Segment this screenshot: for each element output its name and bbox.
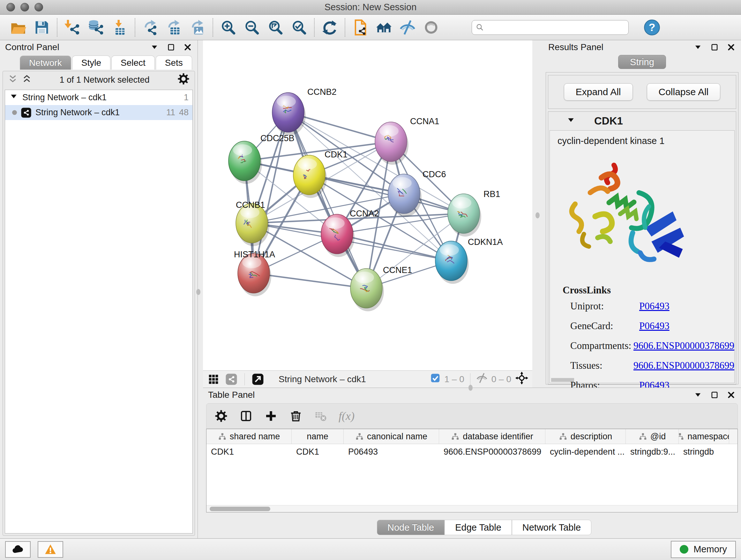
- splitter-handle[interactable]: [196, 289, 200, 295]
- collapse-section-icon[interactable]: [566, 115, 576, 127]
- string-home-icon[interactable]: [375, 18, 393, 37]
- column-header-description[interactable]: description: [545, 429, 626, 444]
- detach-view-icon[interactable]: [251, 373, 265, 386]
- fit-selected-icon[interactable]: [515, 371, 529, 387]
- float-panel-icon[interactable]: [710, 43, 719, 52]
- node-table[interactable]: shared namenamecanonical namedatabase id…: [206, 429, 738, 512]
- float-panel-icon[interactable]: [710, 390, 719, 400]
- table-row[interactable]: CDK1CDK1P064939606.ENSP00000378699cyclin…: [206, 444, 738, 460]
- table-options-gear-icon[interactable]: [214, 409, 228, 423]
- tab-select[interactable]: Select: [111, 56, 155, 70]
- network-node-HIST1H1A[interactable]: HIST1H1A: [234, 250, 275, 296]
- delete-column-icon[interactable]: [289, 409, 303, 423]
- string-glass-icon[interactable]: [422, 18, 440, 37]
- table-horizontal-scrollbar[interactable]: [206, 505, 738, 512]
- tab-network[interactable]: Network: [20, 56, 71, 70]
- add-column-icon[interactable]: [264, 409, 278, 423]
- hidden-items-icon[interactable]: [476, 372, 488, 386]
- network-edge[interactable]: [288, 112, 366, 288]
- export-table-icon[interactable]: [165, 18, 183, 37]
- export-image-icon[interactable]: [189, 18, 206, 37]
- table-cell[interactable]: stringdb: [679, 444, 729, 460]
- crosslink-link[interactable]: 9606.ENSP00000378699: [633, 340, 734, 352]
- tab-sets[interactable]: Sets: [156, 56, 192, 70]
- column-header-shared-name[interactable]: shared name: [206, 429, 292, 444]
- collapse-all-networks-icon[interactable]: [8, 74, 17, 86]
- string-hide-icon[interactable]: [399, 18, 416, 37]
- table-cell[interactable]: 9606.ENSP00000378699: [439, 444, 545, 460]
- import-network-file-icon[interactable]: [64, 18, 81, 37]
- minimize-window-button[interactable]: [20, 3, 29, 11]
- help-icon[interactable]: ?: [643, 19, 661, 36]
- tab-string[interactable]: String: [618, 55, 666, 69]
- network-node-CCNE1[interactable]: CCNE1: [350, 265, 412, 311]
- network-tree-root-row[interactable]: String Network – cdk1 1: [5, 90, 192, 105]
- open-folder-icon[interactable]: [9, 18, 27, 37]
- results-scrollbar-thumb[interactable]: [551, 378, 574, 382]
- table-cell[interactable]: cyclin-dependent ...: [545, 444, 626, 460]
- export-network-icon[interactable]: [141, 18, 159, 37]
- network-node-CDKN1A[interactable]: CDKN1A: [435, 237, 503, 284]
- close-panel-icon[interactable]: [726, 390, 736, 400]
- column-header-name[interactable]: name: [292, 429, 344, 444]
- close-window-button[interactable]: [6, 3, 15, 11]
- crosslink-link[interactable]: P06493: [639, 320, 670, 332]
- collapse-all-button[interactable]: Collapse All: [647, 83, 721, 101]
- toolbar-search[interactable]: [472, 20, 629, 35]
- network-node-RB1[interactable]: RB1: [448, 189, 500, 237]
- column-header-@id[interactable]: @id: [626, 429, 679, 444]
- tab-node-table[interactable]: Node Table: [377, 520, 445, 535]
- zoom-in-icon[interactable]: [219, 18, 237, 37]
- show-columns-icon[interactable]: [239, 409, 253, 423]
- column-header-canonical-name[interactable]: canonical name: [344, 429, 439, 444]
- zoom-window-button[interactable]: [35, 3, 43, 11]
- import-network-database-icon[interactable]: [87, 18, 105, 37]
- collapse-panel-icon[interactable]: [693, 43, 703, 52]
- zoom-out-icon[interactable]: [243, 18, 261, 37]
- table-cell[interactable]: stringdb:9...: [626, 444, 679, 460]
- column-header-database-identifier[interactable]: database identifier: [439, 429, 545, 444]
- column-header-namespace[interactable]: namespace: [679, 429, 729, 444]
- tab-style[interactable]: Style: [72, 56, 111, 70]
- collapse-panel-icon[interactable]: [693, 390, 703, 400]
- crosslink-link[interactable]: 9606.ENSP00000378699: [633, 360, 734, 371]
- table-cell[interactable]: CDK1: [292, 444, 344, 460]
- network-graph[interactable]: CCNB2CCNA1CDC25BCDK1CDC6RB1CCNB1CCNA2CDK…: [203, 40, 532, 370]
- refresh-layout-icon[interactable]: [321, 18, 339, 37]
- tab-network-table[interactable]: Network Table: [512, 520, 591, 535]
- tab-edge-table[interactable]: Edge Table: [445, 520, 512, 535]
- warnings-button[interactable]: [38, 541, 63, 558]
- splitter-handle[interactable]: [468, 385, 473, 391]
- network-overview-icon[interactable]: [225, 373, 238, 386]
- search-input[interactable]: [485, 22, 625, 33]
- collapse-panel-icon[interactable]: [150, 43, 159, 52]
- save-session-icon[interactable]: [33, 18, 51, 37]
- table-cell[interactable]: CDK1: [206, 444, 292, 460]
- close-panel-icon[interactable]: [183, 43, 192, 52]
- birds-eye-view-icon[interactable]: [207, 373, 220, 386]
- network-options-gear-icon[interactable]: [178, 73, 190, 87]
- float-panel-icon[interactable]: [166, 43, 176, 52]
- network-node-CDC6[interactable]: CDC6: [388, 170, 446, 217]
- string-import-icon[interactable]: [351, 18, 369, 37]
- table-cell[interactable]: P06493: [344, 444, 439, 460]
- network-node-CCNB1[interactable]: CCNB1: [236, 200, 269, 246]
- network-node-CDK1[interactable]: CDK1: [293, 150, 347, 198]
- scrollbar-thumb[interactable]: [210, 507, 270, 511]
- memory-button[interactable]: Memory: [671, 541, 736, 558]
- expand-all-networks-icon[interactable]: [22, 74, 31, 86]
- tree-expand-icon[interactable]: [9, 91, 18, 104]
- network-node-CCNB2[interactable]: CCNB2: [272, 87, 337, 135]
- zoom-fit-icon[interactable]: [266, 18, 284, 37]
- cloud-status-button[interactable]: [5, 541, 30, 558]
- network-canvas[interactable]: CCNB2CCNA1CDC25BCDK1CDC6RB1CCNB1CCNA2CDK…: [203, 40, 532, 370]
- selected-items-checkbox[interactable]: [430, 373, 441, 385]
- import-table-icon[interactable]: [111, 18, 129, 37]
- crosslink-link[interactable]: P06493: [639, 300, 670, 312]
- network-tree-child-row[interactable]: String Network – cdk1 11 48: [5, 105, 192, 120]
- zoom-selected-icon[interactable]: [290, 18, 308, 37]
- gene-section-header[interactable]: CDK1: [548, 112, 736, 130]
- close-panel-icon[interactable]: [726, 43, 736, 52]
- splitter-handle[interactable]: [536, 212, 540, 219]
- expand-all-button[interactable]: Expand All: [564, 83, 633, 101]
